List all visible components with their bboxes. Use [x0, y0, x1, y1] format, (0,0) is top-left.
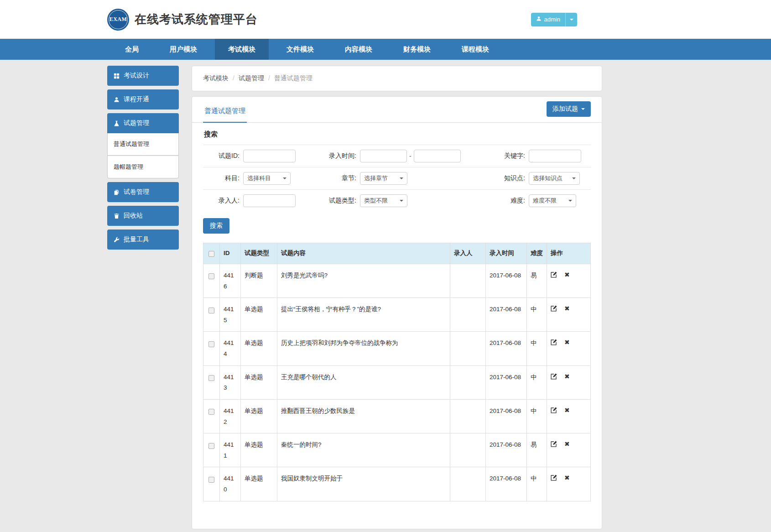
edit-icon[interactable] — [551, 373, 557, 380]
cell-question-type: 判断题 — [241, 264, 277, 297]
row-checkbox[interactable] — [208, 341, 214, 347]
cell-entry-time: 2017-06-08 — [486, 467, 527, 501]
sidebar-item[interactable]: 题帽题管理 — [107, 156, 179, 178]
delete-icon[interactable]: ✖ — [564, 339, 570, 345]
search-section: 搜索 试题ID: 录入时间: - 关键字: — [192, 123, 602, 243]
enterer-input[interactable] — [243, 194, 296, 207]
delete-icon[interactable]: ✖ — [564, 407, 570, 413]
edit-icon[interactable] — [551, 271, 557, 278]
nav-item-label: 文件模块 — [287, 45, 314, 53]
nav-item[interactable]: 内容模块 — [332, 39, 386, 60]
row-checkbox[interactable] — [208, 477, 214, 483]
search-row-2: 科目: 选择科目 章节: 选择章节 知识点: — [203, 167, 591, 190]
delete-icon[interactable]: ✖ — [564, 373, 570, 380]
delete-icon[interactable]: ✖ — [564, 475, 570, 481]
cell-difficulty: 中 — [527, 298, 547, 332]
row-actions: ✖ — [551, 439, 587, 447]
search-row-1: 试题ID: 录入时间: - 关键字: — [203, 145, 591, 167]
question-id-input[interactable] — [243, 150, 296, 162]
cell-difficulty: 易 — [527, 433, 547, 467]
select-all-checkbox[interactable] — [208, 251, 214, 257]
difficulty-select[interactable]: 难度不限 — [529, 194, 576, 207]
edit-icon[interactable] — [551, 305, 557, 312]
cell-question-content: 提出“王侯将相，宁有种乎？”的是谁? — [277, 298, 450, 332]
user-icon — [536, 16, 542, 23]
table-row: 4410 单选题 我国奴隶制文明开始于 2017-06-08 中 ✖ — [203, 467, 591, 501]
breadcrumb-item[interactable]: 考试模块 — [203, 74, 229, 83]
breadcrumb-item[interactable]: 试题管理 — [229, 74, 264, 83]
user-icon — [113, 96, 120, 103]
cell-enterer — [450, 399, 486, 433]
sidebar-item[interactable]: 试卷管理 — [107, 182, 179, 202]
cell-id: 4414 — [220, 332, 241, 365]
question-type-select[interactable]: 类型不限 — [360, 194, 407, 207]
cell-difficulty: 中 — [527, 332, 547, 365]
row-actions: ✖ — [551, 338, 587, 345]
row-checkbox[interactable] — [208, 375, 214, 381]
admin-dropdown-toggle[interactable] — [565, 13, 577, 26]
chapter-select[interactable]: 选择章节 — [360, 172, 407, 185]
search-button[interactable]: 搜索 — [203, 218, 229, 234]
nav-item[interactable]: 财务模块 — [390, 39, 444, 60]
keyword-input[interactable] — [529, 150, 581, 162]
nav-item[interactable]: 用户模块 — [156, 39, 210, 60]
nav-item[interactable]: 考试模块 — [215, 39, 269, 60]
tab-normal-question-management[interactable]: 普通试题管理 — [203, 99, 247, 123]
nav-item-label: 考试模块 — [228, 45, 255, 53]
entry-time-end-input[interactable] — [414, 150, 461, 162]
delete-icon[interactable]: ✖ — [564, 305, 570, 312]
cell-difficulty: 中 — [527, 399, 547, 433]
sidebar-item[interactable]: 回收站 — [107, 206, 179, 226]
sidebar-item-label: 回收站 — [124, 212, 143, 220]
cell-entry-time: 2017-06-08 — [486, 433, 527, 467]
difficulty-select-value: 难度不限 — [533, 197, 557, 205]
row-checkbox[interactable] — [208, 443, 214, 449]
brand: EXAM 在线考试系统管理平台 — [107, 9, 258, 31]
difficulty-label: 难度: — [464, 197, 529, 205]
cell-question-content: 我国奴隶制文明开始于 — [277, 467, 450, 501]
admin-button[interactable]: admin — [531, 13, 565, 26]
sidebar-item[interactable]: 批量工具 — [107, 229, 179, 250]
entry-time-start-input[interactable] — [360, 150, 407, 162]
delete-icon[interactable]: ✖ — [564, 441, 570, 447]
row-checkbox[interactable] — [208, 273, 214, 279]
sidebar-item[interactable]: 考试设计 — [107, 66, 179, 86]
sidebar-item-label: 批量工具 — [124, 235, 149, 244]
breadcrumb: 考试模块 试题管理 普通试题管理 — [203, 74, 591, 83]
nav-item[interactable]: 课程模块 — [448, 39, 502, 60]
breadcrumb-label: 普通试题管理 — [274, 74, 313, 82]
edit-icon[interactable] — [551, 339, 557, 345]
question-type-label: 试题类型: — [299, 197, 360, 205]
sidebar-item[interactable]: 试题管理 — [107, 113, 179, 133]
col-header-enterer: 录入人 — [450, 243, 486, 264]
cell-difficulty: 易 — [527, 264, 547, 297]
edit-icon[interactable] — [551, 475, 557, 481]
add-question-label: 添加试题 — [552, 105, 578, 113]
knowledge-select[interactable]: 选择知识点 — [529, 172, 580, 185]
row-checkbox[interactable] — [208, 308, 214, 313]
edit-icon[interactable] — [551, 407, 557, 413]
admin-label: admin — [544, 16, 560, 23]
nav-item[interactable]: 文件模块 — [273, 39, 327, 60]
cell-question-type: 单选题 — [241, 399, 277, 433]
question-type-select-value: 类型不限 — [364, 197, 388, 205]
cell-question-type: 单选题 — [241, 365, 277, 399]
table-row: 4414 单选题 历史上把项羽和刘邦为争夺帝位的战争称为 2017-06-08 … — [203, 332, 591, 365]
sidebar-item[interactable]: 普通试题管理 — [107, 133, 179, 156]
delete-icon[interactable]: ✖ — [564, 271, 570, 278]
nav-item[interactable]: 全局 — [112, 39, 152, 60]
sidebar-item-label: 考试设计 — [124, 72, 149, 80]
row-checkbox[interactable] — [208, 409, 214, 415]
subject-select-value: 选择科目 — [247, 174, 271, 183]
search-section-title: 搜索 — [203, 123, 591, 145]
add-question-button[interactable]: 添加试题 — [547, 101, 591, 117]
app-title: 在线考试系统管理平台 — [135, 11, 258, 27]
subject-select[interactable]: 选择科目 — [243, 172, 291, 185]
edit-icon[interactable] — [551, 441, 557, 447]
sidebar-item[interactable]: 课程开通 — [107, 89, 179, 110]
chevron-down-icon — [400, 177, 403, 179]
cell-id: 4415 — [220, 298, 241, 332]
flask-icon — [113, 120, 120, 126]
breadcrumb-label: 试题管理 — [239, 74, 264, 82]
cell-enterer — [450, 365, 486, 399]
